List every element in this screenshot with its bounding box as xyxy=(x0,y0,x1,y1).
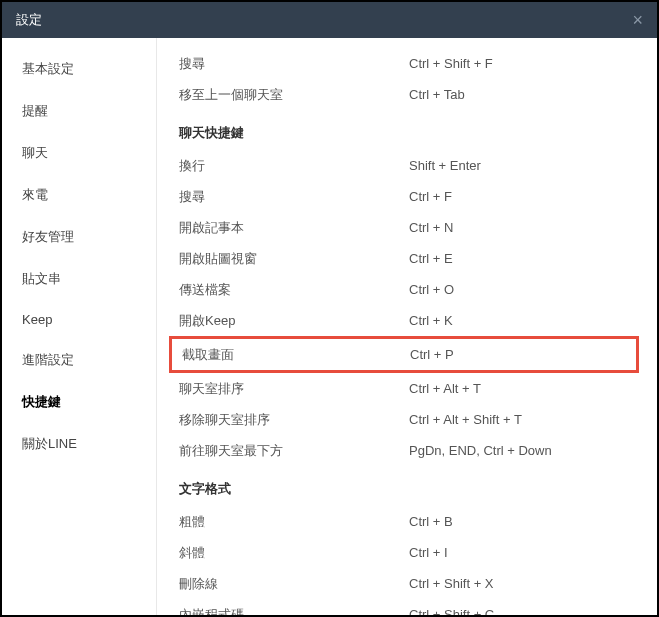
shortcut-label: 開啟記事本 xyxy=(179,218,409,237)
shortcut-keys: Ctrl + Shift + X xyxy=(409,574,494,593)
shortcut-label: 換行 xyxy=(179,156,409,175)
section-title: 文字格式 xyxy=(157,466,657,506)
sidebar-item[interactable]: 快捷鍵 xyxy=(2,381,156,423)
shortcut-row: 開啟貼圖視窗Ctrl + E xyxy=(157,243,657,274)
shortcut-label: 前往聊天室最下方 xyxy=(179,441,409,460)
shortcut-label: 開啟貼圖視窗 xyxy=(179,249,409,268)
shortcut-label: 搜尋 xyxy=(179,187,409,206)
sidebar-item-label: Keep xyxy=(22,312,52,327)
shortcut-label: 截取畫面 xyxy=(182,345,410,364)
shortcut-keys: Ctrl + Alt + T xyxy=(409,379,481,398)
shortcut-keys: Ctrl + B xyxy=(409,512,453,531)
sidebar-item-label: 快捷鍵 xyxy=(22,394,61,409)
titlebar: 設定 × xyxy=(2,2,657,38)
sidebar-item[interactable]: 好友管理 xyxy=(2,216,156,258)
shortcut-keys: Ctrl + Shift + C xyxy=(409,605,494,615)
shortcut-row: 刪除線Ctrl + Shift + X xyxy=(157,568,657,599)
shortcut-keys: Ctrl + Alt + Shift + T xyxy=(409,410,522,429)
shortcut-label: 傳送檔案 xyxy=(179,280,409,299)
shortcut-keys: Ctrl + N xyxy=(409,218,453,237)
sidebar-item-label: 來電 xyxy=(22,187,48,202)
shortcut-keys: Ctrl + K xyxy=(409,311,453,330)
section-title: 聊天快捷鍵 xyxy=(157,110,657,150)
shortcut-row: 搜尋Ctrl + F xyxy=(157,181,657,212)
shortcut-row: 開啟記事本Ctrl + N xyxy=(157,212,657,243)
shortcut-row: 換行Shift + Enter xyxy=(157,150,657,181)
sidebar-item[interactable]: 提醒 xyxy=(2,90,156,132)
shortcut-label: 聊天室排序 xyxy=(179,379,409,398)
shortcut-keys: Ctrl + I xyxy=(409,543,448,562)
shortcut-row: 搜尋Ctrl + Shift + F xyxy=(157,48,657,79)
content: 搜尋Ctrl + Shift + F移至上一個聊天室Ctrl + Tab聊天快捷… xyxy=(157,38,657,615)
shortcut-label: 開啟Keep xyxy=(179,311,409,330)
sidebar-item-label: 基本設定 xyxy=(22,61,74,76)
sidebar-item-label: 提醒 xyxy=(22,103,48,118)
sidebar-item[interactable]: Keep xyxy=(2,300,156,339)
shortcut-label: 斜體 xyxy=(179,543,409,562)
sidebar-item-label: 貼文串 xyxy=(22,271,61,286)
shortcut-row: 開啟KeepCtrl + K xyxy=(157,305,657,336)
shortcut-keys: Ctrl + O xyxy=(409,280,454,299)
sidebar-item[interactable]: 基本設定 xyxy=(2,48,156,90)
shortcut-row: 粗體Ctrl + B xyxy=(157,506,657,537)
sidebar-item[interactable]: 來電 xyxy=(2,174,156,216)
shortcut-row: 聊天室排序Ctrl + Alt + T xyxy=(157,373,657,404)
shortcut-keys: Ctrl + P xyxy=(410,345,454,364)
sidebar-item-label: 聊天 xyxy=(22,145,48,160)
shortcut-label: 移至上一個聊天室 xyxy=(179,85,409,104)
shortcut-label: 內嵌程式碼 xyxy=(179,605,409,615)
shortcut-label: 粗體 xyxy=(179,512,409,531)
shortcut-row: 移除聊天室排序Ctrl + Alt + Shift + T xyxy=(157,404,657,435)
close-icon[interactable]: × xyxy=(632,10,643,31)
window-title: 設定 xyxy=(16,11,42,29)
shortcut-keys: PgDn, END, Ctrl + Down xyxy=(409,441,552,460)
shortcut-row: 前往聊天室最下方PgDn, END, Ctrl + Down xyxy=(157,435,657,466)
sidebar-item[interactable]: 關於LINE xyxy=(2,423,156,465)
sidebar-item-label: 進階設定 xyxy=(22,352,74,367)
shortcut-row: 移至上一個聊天室Ctrl + Tab xyxy=(157,79,657,110)
sidebar-item-label: 好友管理 xyxy=(22,229,74,244)
shortcut-row: 傳送檔案Ctrl + O xyxy=(157,274,657,305)
sidebar-item[interactable]: 聊天 xyxy=(2,132,156,174)
shortcut-keys: Ctrl + E xyxy=(409,249,453,268)
shortcut-row: 內嵌程式碼Ctrl + Shift + C xyxy=(157,599,657,615)
shortcut-row: 截取畫面Ctrl + P xyxy=(169,336,639,373)
sidebar-item-label: 關於LINE xyxy=(22,436,77,451)
shortcut-keys: Ctrl + F xyxy=(409,187,452,206)
shortcut-keys: Ctrl + Tab xyxy=(409,85,465,104)
shortcut-label: 移除聊天室排序 xyxy=(179,410,409,429)
sidebar: 基本設定提醒聊天來電好友管理貼文串Keep進階設定快捷鍵關於LINE xyxy=(2,38,157,615)
body: 基本設定提醒聊天來電好友管理貼文串Keep進階設定快捷鍵關於LINE 搜尋Ctr… xyxy=(2,38,657,615)
sidebar-item[interactable]: 貼文串 xyxy=(2,258,156,300)
sidebar-item[interactable]: 進階設定 xyxy=(2,339,156,381)
shortcut-label: 搜尋 xyxy=(179,54,409,73)
shortcut-row: 斜體Ctrl + I xyxy=(157,537,657,568)
shortcut-label: 刪除線 xyxy=(179,574,409,593)
shortcut-keys: Shift + Enter xyxy=(409,156,481,175)
shortcut-keys: Ctrl + Shift + F xyxy=(409,54,493,73)
